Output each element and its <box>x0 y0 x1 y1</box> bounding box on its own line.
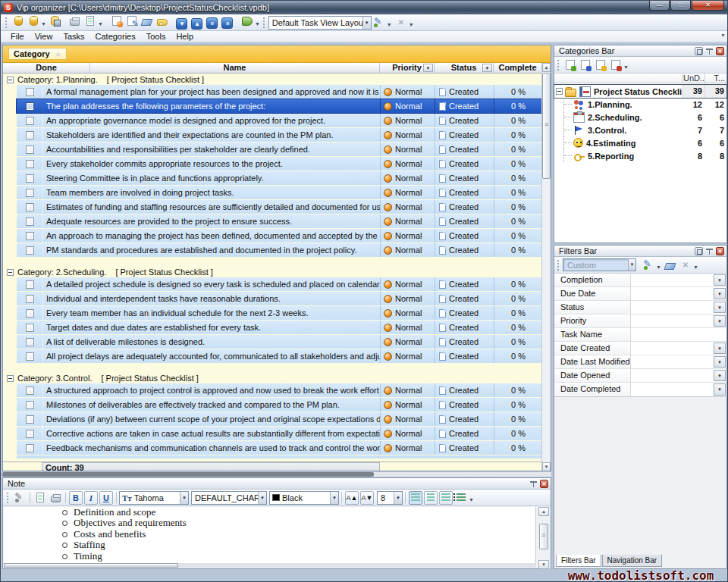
table-row[interactable]: Accountabilities and responsibilities pe… <box>17 142 542 156</box>
apply-layout-button[interactable] <box>372 15 387 30</box>
font-size-combo[interactable]: 8 ▼ <box>377 491 403 505</box>
table-row[interactable]: Deviations (if any) between current scop… <box>17 412 542 426</box>
table-row[interactable]: An approach to managing the project has … <box>17 229 542 242</box>
chevron-down-icon[interactable]: ▼ <box>98 17 105 27</box>
status-cell[interactable]: Created <box>435 85 494 99</box>
edit-task-button[interactable] <box>124 14 140 28</box>
table-row[interactable]: Stakeholders are identified and their ex… <box>17 128 542 142</box>
restore-icon[interactable] <box>695 47 703 55</box>
task-name-cell[interactable]: The plan addresses the following paramet… <box>42 99 380 113</box>
move-top-button[interactable]: » <box>220 16 235 30</box>
status-cell[interactable]: Created <box>435 114 494 127</box>
table-row[interactable]: Steering Committee is in place and funct… <box>17 171 542 185</box>
chevron-down-icon[interactable]: ▼ <box>714 343 726 354</box>
column-header-complete[interactable]: Complete <box>494 63 542 73</box>
note-horizontal-scrollbar[interactable] <box>4 563 536 568</box>
table-row[interactable]: Milestones of deliverables are effective… <box>17 398 542 411</box>
task-list-vertical-scrollbar[interactable]: ▲ ▼ <box>541 63 551 471</box>
status-cell[interactable]: Created <box>435 99 494 113</box>
total-column-header[interactable]: T... <box>704 74 726 83</box>
table-row[interactable]: A detailed project schedule is designed … <box>17 277 542 291</box>
decrease-font-button[interactable]: A▼ <box>360 491 374 505</box>
filter-value-input[interactable] <box>630 383 713 396</box>
priority-cell[interactable]: Normal <box>380 383 435 397</box>
font-family-combo[interactable]: Tᴛ Tahoma ▼ <box>119 491 189 505</box>
done-checkbox[interactable] <box>26 352 34 361</box>
scrollbar-thumb[interactable] <box>2 472 374 477</box>
menu-item-categories[interactable]: Categories <box>90 32 141 41</box>
task-name-cell[interactable]: Accountabilities and responsibilities pe… <box>42 142 380 156</box>
new-database-button[interactable] <box>11 14 26 28</box>
remove-filter-button[interactable]: ✕ <box>679 258 692 272</box>
filter-value-input[interactable] <box>630 314 713 327</box>
print-preview-button[interactable] <box>33 491 47 505</box>
task-name-cell[interactable]: Every stakeholder commits appropriate re… <box>42 157 380 171</box>
chevron-down-icon[interactable]: ▼ <box>258 492 266 504</box>
chevron-down-icon[interactable]: ▼ <box>714 315 726 327</box>
group-header[interactable]: Category: 2.Scheduling.[ Project Status … <box>3 267 542 277</box>
chevron-down-icon[interactable]: ▼ <box>714 302 726 313</box>
increase-font-button[interactable]: A▲ <box>345 491 359 505</box>
task-name-cell[interactable]: All project delays are adequately accoun… <box>42 349 380 363</box>
task-name-cell[interactable]: Target dates and due dates are establish… <box>42 321 380 334</box>
underline-button[interactable]: U <box>99 491 113 505</box>
category-tree-item[interactable]: 5.Reporting88 <box>554 149 726 162</box>
task-name-cell[interactable]: Every team member has an individual sche… <box>42 306 380 320</box>
status-cell[interactable]: Created <box>435 349 494 363</box>
note-editor[interactable]: Definition and scopeObjectives and requi… <box>4 507 536 565</box>
chevron-down-icon[interactable]: ▼ <box>714 383 726 396</box>
status-cell[interactable]: Created <box>435 398 494 411</box>
done-checkbox[interactable] <box>26 401 34 409</box>
edit-category-button[interactable] <box>594 58 607 72</box>
collapse-icon[interactable] <box>7 77 14 83</box>
menu-item-tools[interactable]: Tools <box>141 32 171 41</box>
task-name-cell[interactable]: An approach to managing the project has … <box>42 229 380 242</box>
status-cell[interactable]: Created <box>435 427 494 440</box>
chevron-down-icon[interactable]: ▼ <box>714 274 726 286</box>
chevron-down-icon[interactable]: ▼ <box>330 492 338 504</box>
chevron-down-icon[interactable]: ▼ <box>394 492 402 504</box>
move-up-button[interactable]: ▲ <box>190 17 205 31</box>
done-checkbox[interactable] <box>26 232 34 240</box>
priority-cell[interactable]: Normal <box>380 214 435 228</box>
done-checkbox[interactable] <box>26 117 34 125</box>
note-close-icon[interactable]: ✕ <box>540 480 548 488</box>
filter-value-input[interactable] <box>630 301 713 314</box>
pin-icon[interactable] <box>706 47 713 55</box>
priority-cell[interactable]: Normal <box>380 186 435 199</box>
done-checkbox[interactable] <box>26 386 34 395</box>
done-checkbox[interactable] <box>26 160 34 168</box>
save-database-button[interactable] <box>48 14 63 28</box>
filter-dropdown-icon[interactable]: ▼ <box>423 64 433 72</box>
done-checkbox[interactable] <box>26 444 34 452</box>
done-checkbox[interactable] <box>26 430 34 438</box>
column-header-status[interactable]: Status▼ <box>435 63 494 73</box>
new-task-button[interactable] <box>109 14 124 28</box>
table-row[interactable]: Target dates and due dates are establish… <box>17 321 542 334</box>
pin-icon[interactable] <box>530 480 537 487</box>
table-row[interactable]: Adequate resources are provided to the p… <box>17 214 542 228</box>
maximize-button[interactable]: □ <box>670 1 691 11</box>
scroll-down-icon[interactable]: ▼ <box>538 560 549 569</box>
chevron-down-icon[interactable]: ▼ <box>656 260 663 270</box>
priority-cell[interactable]: Normal <box>380 99 435 113</box>
status-cell[interactable]: Created <box>435 157 494 171</box>
done-checkbox[interactable] <box>26 217 34 226</box>
restore-icon[interactable] <box>695 247 703 255</box>
done-checkbox[interactable] <box>26 203 34 211</box>
priority-cell[interactable]: Normal <box>380 243 435 257</box>
status-cell[interactable]: Created <box>435 229 494 242</box>
status-cell[interactable]: Created <box>435 243 494 257</box>
status-cell[interactable]: Created <box>435 128 494 142</box>
delete-category-button[interactable] <box>609 58 623 72</box>
toolbar-options-icon[interactable]: ▼ <box>693 260 700 270</box>
task-name-cell[interactable]: Feedback mechanisms and communication ch… <box>42 441 380 455</box>
done-checkbox[interactable] <box>26 415 34 424</box>
done-checkbox[interactable] <box>26 146 34 154</box>
priority-cell[interactable]: Normal <box>380 85 435 99</box>
menu-item-file[interactable]: File <box>5 32 30 41</box>
category-tree-item[interactable]: 2.Scheduling.66 <box>554 111 726 124</box>
task-name-cell[interactable]: Deviations (if any) between current scop… <box>42 412 380 426</box>
print-button[interactable] <box>67 14 83 29</box>
task-name-cell[interactable]: Team members are involved in doing proje… <box>42 186 380 199</box>
